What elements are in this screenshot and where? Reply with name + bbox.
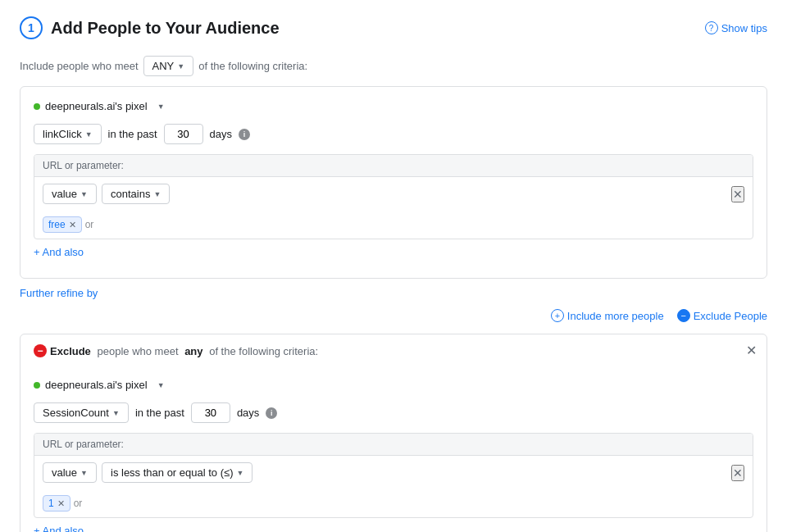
pixel-status-dot — [34, 103, 40, 110]
actions-row: + Include more people − Exclude People — [20, 309, 767, 322]
page-header: 1 Add People to Your Audience ? Show tip… — [20, 16, 767, 39]
exclude-event-dropdown[interactable]: SessionCount ▼ — [34, 402, 129, 423]
title-area: 1 Add People to Your Audience — [20, 16, 280, 39]
exclude-contains-label: is less than or equal to (≤) — [111, 466, 233, 479]
include-days-input[interactable] — [164, 124, 203, 144]
include-url-section: URL or parameter: value ▼ contains ▼ ✕ f… — [34, 154, 753, 239]
exclude-contains-arrow: ▼ — [236, 469, 243, 477]
include-url-controls: value ▼ contains ▼ ✕ — [34, 177, 753, 211]
exclude-pixel-dot — [34, 382, 40, 389]
exclude-value-dropdown[interactable]: value ▼ — [43, 462, 97, 483]
page-title: Add People to Your Audience — [51, 19, 280, 38]
exclude-url-remove-button[interactable]: ✕ — [731, 465, 744, 481]
exclude-event-arrow: ▼ — [112, 409, 120, 417]
include-more-label: Include more people — [567, 310, 664, 322]
include-event-label: linkClick — [43, 128, 82, 140]
exclude-days-input[interactable] — [191, 402, 230, 423]
exclude-url-section: URL or parameter: value ▼ is less than o… — [34, 433, 753, 518]
exclude-event-label: SessionCount — [43, 407, 109, 419]
include-value-dropdown[interactable]: value ▼ — [43, 184, 97, 204]
exclude-people-label: Exclude People — [694, 310, 767, 322]
include-days-label: days — [210, 128, 232, 140]
exclude-value-label: value — [52, 466, 77, 479]
any-dropdown-label: ANY — [152, 60, 175, 72]
exclude-url-header: URL or parameter: — [34, 434, 753, 456]
further-refine-button[interactable]: Further refine by — [20, 287, 98, 299]
exclude-url-controls: value ▼ is less than or equal to (≤) ▼ ✕ — [34, 456, 753, 489]
include-tag-free: free ✕ — [43, 216, 82, 233]
exclude-tag-remove[interactable]: ✕ — [57, 498, 65, 509]
tips-icon: ? — [705, 21, 718, 34]
include-url-label: URL or parameter: — [43, 160, 124, 171]
include-tag-remove[interactable]: ✕ — [69, 220, 76, 230]
exclude-or-text: or — [74, 498, 83, 509]
exclude-pixel-arrow: ▼ — [157, 381, 165, 389]
exclude-pixel-name: deepneurals.ai's pixel — [45, 379, 148, 391]
exclude-info-icon: i — [266, 407, 277, 419]
exclude-value-arrow: ▼ — [80, 469, 88, 477]
exclude-header-row: − Exclude people who meet any of the fol… — [20, 334, 767, 367]
include-criteria-row: Include people who meet ANY ▼ of the fol… — [20, 56, 767, 76]
include-contains-label: contains — [111, 188, 150, 200]
include-more-people-button[interactable]: + Include more people — [551, 309, 664, 322]
include-value-label: value — [52, 188, 77, 200]
include-in-past-text: in the past — [108, 128, 157, 140]
include-url-remove-button[interactable]: ✕ — [731, 186, 744, 202]
include-tag-value: free — [48, 219, 66, 230]
include-pixel-arrow: ▼ — [157, 102, 165, 111]
include-event-arrow: ▼ — [85, 130, 93, 139]
exclude-url-label: URL or parameter: — [43, 439, 124, 450]
include-more-icon: + — [551, 309, 564, 322]
include-prefix-text: Include people who meet — [20, 60, 139, 72]
exclude-and-also-button[interactable]: + And also — [34, 518, 84, 532]
exclude-people-button[interactable]: − Exclude People — [677, 309, 767, 322]
any-dropdown[interactable]: ANY ▼ — [143, 56, 194, 76]
exclude-contains-dropdown[interactable]: is less than or equal to (≤) ▼ — [102, 462, 252, 483]
exclude-bold-label: Exclude — [50, 345, 91, 357]
exclude-days-label: days — [237, 407, 259, 419]
exclude-tag-value: 1 — [48, 498, 54, 509]
exclude-tag-1: 1 ✕ — [43, 495, 71, 512]
include-contains-dropdown[interactable]: contains ▼ — [102, 184, 170, 204]
exclude-pixel-header: deepneurals.ai's pixel ▼ — [34, 379, 753, 391]
include-condition-row: linkClick ▼ in the past days i — [34, 124, 753, 144]
include-pixel-dropdown[interactable]: ▼ — [152, 101, 170, 112]
include-info-icon: i — [239, 129, 250, 140]
include-event-dropdown[interactable]: linkClick ▼ — [34, 124, 102, 144]
exclude-close-button[interactable]: ✕ — [746, 343, 757, 358]
include-section-box: deepneurals.ai's pixel ▼ linkClick ▼ in … — [20, 86, 767, 279]
exclude-middle-text: people who meet — [94, 345, 181, 357]
include-pixel-header: deepneurals.ai's pixel ▼ — [34, 100, 753, 112]
exclude-content: deepneurals.ai's pixel ▼ SessionCount ▼ … — [20, 367, 767, 532]
include-suffix-text: of the following criteria: — [198, 60, 307, 72]
include-or-text: or — [85, 219, 94, 230]
show-tips-label: Show tips — [721, 22, 767, 34]
exclude-people-icon: − — [677, 309, 690, 322]
show-tips-button[interactable]: ? Show tips — [705, 21, 767, 34]
include-url-header: URL or parameter: — [34, 155, 753, 177]
exclude-tag-input-row[interactable]: 1 ✕ or — [34, 489, 753, 517]
exclude-suffix-text: of the following criteria: — [207, 345, 319, 357]
exclude-condition-row: SessionCount ▼ in the past days i — [34, 402, 753, 423]
exclude-section: − Exclude people who meet any of the fol… — [20, 334, 767, 532]
include-and-also-button[interactable]: + And also — [34, 239, 84, 265]
any-dropdown-arrow: ▼ — [177, 62, 184, 70]
include-tag-input-row[interactable]: free ✕ or — [34, 211, 753, 239]
step-circle: 1 — [20, 16, 43, 39]
exclude-minus-icon: − — [34, 344, 47, 357]
include-value-arrow: ▼ — [80, 190, 88, 198]
exclude-in-past-text: in the past — [135, 407, 184, 419]
exclude-pixel-dropdown[interactable]: ▼ — [152, 380, 170, 391]
include-pixel-name: deepneurals.ai's pixel — [45, 100, 148, 112]
include-contains-arrow: ▼ — [153, 190, 161, 198]
exclude-any-label: any — [184, 345, 202, 357]
